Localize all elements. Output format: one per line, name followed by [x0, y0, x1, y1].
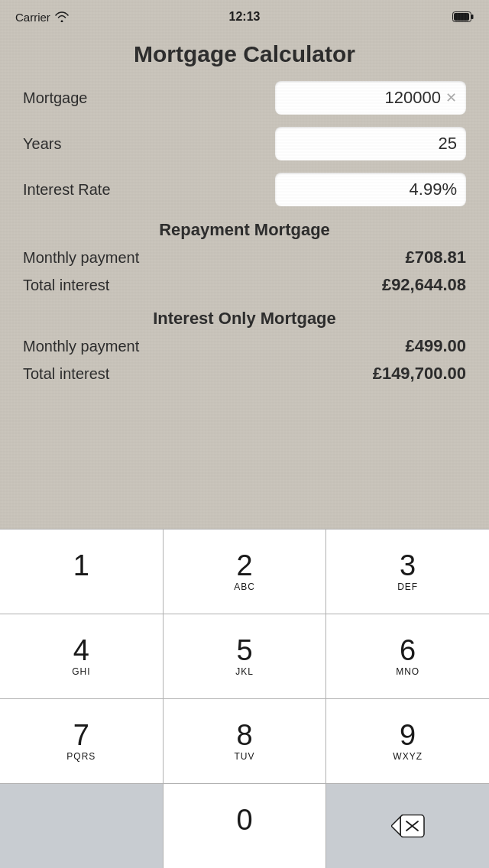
key-empty	[0, 784, 164, 868]
keyboard-row-2: 4 GHI 5 JKL 6 MNO	[0, 614, 489, 699]
keyboard: 1 2 ABC 3 DEF 4 GHI 5 JKL 6 MNO 7 PQRS	[0, 529, 489, 868]
years-input-field[interactable]: 25	[275, 127, 466, 160]
repayment-interest-row: Total interest £92,644.08	[23, 275, 466, 295]
key-0-letters	[243, 836, 246, 847]
key-4-number: 4	[73, 636, 89, 665]
svg-rect-2	[471, 15, 474, 19]
keyboard-row-1: 1 2 ABC 3 DEF	[0, 530, 489, 614]
app-title-section: Mortgage Calculator	[0, 34, 489, 81]
key-9[interactable]: 9 WXYZ	[326, 699, 489, 783]
key-3-letters: DEF	[397, 581, 418, 592]
key-8-letters: TUV	[235, 751, 255, 762]
key-5[interactable]: 5 JKL	[164, 614, 327, 698]
key-1-letters	[79, 581, 83, 592]
interest-rate-row: Interest Rate 4.99%	[23, 173, 466, 206]
wifi-icon	[55, 11, 69, 22]
key-3-number: 3	[400, 551, 416, 580]
key-7[interactable]: 7 PQRS	[0, 699, 164, 783]
status-right-icons	[452, 11, 474, 22]
years-row: Years 25	[23, 127, 466, 160]
key-6-letters: MNO	[396, 666, 419, 677]
interest-rate-value: 4.99%	[284, 180, 457, 199]
key-0[interactable]: 0	[164, 784, 327, 868]
mortgage-clear-button[interactable]: ✕	[445, 89, 457, 106]
status-bar: Carrier 12:13	[0, 0, 489, 34]
mortgage-row: Mortgage ✕	[23, 81, 466, 115]
main-content: Mortgage ✕ Years 25 Interest Rate 4.99%	[0, 81, 489, 206]
key-2-number: 2	[236, 551, 252, 580]
key-3[interactable]: 3 DEF	[326, 530, 489, 614]
key-8[interactable]: 8 TUV	[164, 699, 327, 783]
repayment-interest-label: Total interest	[23, 277, 109, 294]
repayment-monthly-label: Monthly payment	[23, 249, 139, 267]
repayment-interest-value: £92,644.08	[382, 275, 466, 295]
interest-only-monthly-label: Monthly payment	[23, 338, 139, 355]
carrier-label: Carrier	[15, 11, 69, 24]
interest-rate-input-field[interactable]: 4.99%	[275, 173, 466, 206]
key-7-number: 7	[73, 721, 89, 750]
years-value: 25	[284, 134, 457, 154]
repayment-monthly-value: £708.81	[405, 248, 466, 267]
key-5-number: 5	[236, 636, 252, 665]
interest-only-title: Interest Only Mortgage	[23, 309, 466, 329]
interest-rate-label: Interest Rate	[23, 181, 111, 199]
interest-only-interest-value: £149,700.00	[373, 364, 466, 384]
interest-only-interest-row: Total interest £149,700.00	[23, 364, 466, 384]
key-2[interactable]: 2 ABC	[164, 530, 327, 614]
mortgage-input-field[interactable]: ✕	[275, 81, 466, 115]
mortgage-input[interactable]	[284, 88, 441, 108]
status-time: 12:13	[229, 10, 261, 24]
key-5-letters: JKL	[235, 666, 254, 677]
key-7-letters: PQRS	[66, 751, 96, 762]
battery-icon	[452, 11, 474, 22]
key-1[interactable]: 1	[0, 530, 164, 614]
interest-only-monthly-value: £499.00	[405, 336, 466, 356]
key-1-number: 1	[73, 551, 89, 580]
key-2-letters: ABC	[234, 581, 255, 592]
svg-rect-1	[454, 13, 469, 21]
key-4[interactable]: 4 GHI	[0, 614, 164, 698]
delete-icon	[391, 815, 425, 837]
keyboard-row-4: 0	[0, 784, 489, 868]
key-6-number: 6	[400, 636, 416, 665]
repayment-title: Repayment Mortgage	[23, 220, 466, 240]
years-label: Years	[23, 135, 61, 153]
app-title: Mortgage Calculator	[0, 41, 489, 67]
key-delete[interactable]	[326, 784, 489, 868]
results-section: Repayment Mortgage Monthly payment £708.…	[0, 220, 489, 384]
key-9-letters: WXYZ	[393, 751, 423, 762]
key-6[interactable]: 6 MNO	[326, 614, 489, 698]
interest-only-interest-label: Total interest	[23, 365, 109, 383]
interest-only-monthly-row: Monthly payment £499.00	[23, 336, 466, 356]
key-8-number: 8	[236, 721, 252, 750]
key-0-number: 0	[236, 805, 252, 834]
carrier-text: Carrier	[15, 11, 50, 24]
key-4-letters: GHI	[72, 666, 90, 677]
mortgage-label: Mortgage	[23, 89, 88, 107]
keyboard-row-3: 7 PQRS 8 TUV 9 WXYZ	[0, 699, 489, 784]
repayment-monthly-row: Monthly payment £708.81	[23, 248, 466, 267]
key-9-number: 9	[400, 721, 416, 750]
